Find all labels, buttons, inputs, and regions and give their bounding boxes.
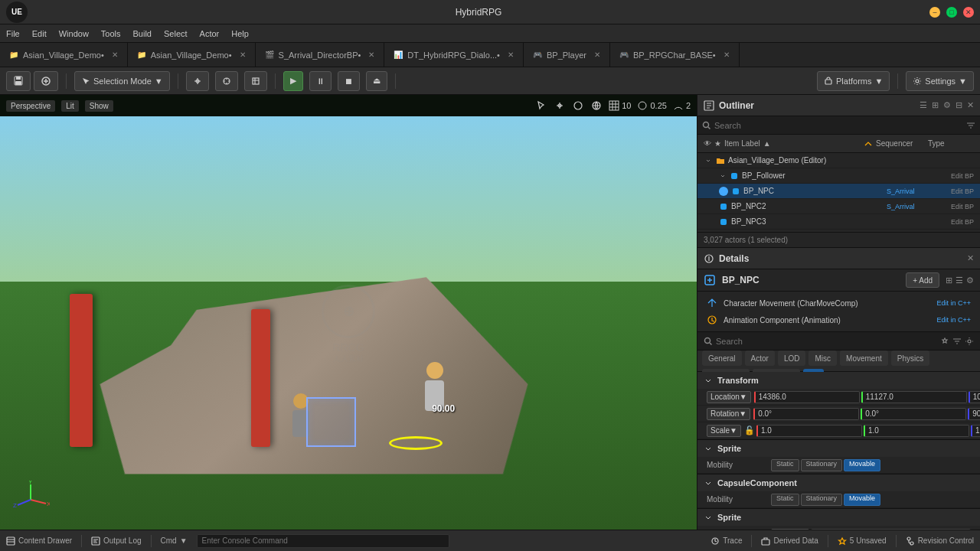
capsule-section-header[interactable]: CapsuleComponent bbox=[697, 474, 980, 491]
maximize-button[interactable]: □ bbox=[946, 7, 957, 18]
comp-edit-button[interactable]: Edit in C++ bbox=[936, 316, 971, 324]
item-edit[interactable]: Edit BP bbox=[951, 218, 974, 226]
tab-asian-village-1[interactable]: 📁 Asian_Village_Demo• ✕ bbox=[0, 43, 128, 67]
cmd-dropdown[interactable]: Cmd ▼ bbox=[161, 536, 188, 545]
component-animation[interactable]: Animation Component (Animation) Edit in … bbox=[697, 311, 980, 328]
tab-movement[interactable]: Movement bbox=[840, 350, 888, 366]
tab-sarrival[interactable]: 🎬 S_Arrival_DirectorBP• ✕ bbox=[256, 43, 385, 67]
stationary-button[interactable]: Stationary bbox=[801, 494, 843, 506]
rotation-x-input[interactable] bbox=[753, 408, 859, 420]
sprite-section-header[interactable]: Sprite bbox=[697, 440, 980, 457]
menu-actor[interactable]: Actor bbox=[200, 29, 220, 38]
tab-misc[interactable]: Misc bbox=[808, 350, 837, 366]
rotation-dropdown[interactable]: Rotation ▼ bbox=[707, 408, 750, 420]
browse-button[interactable] bbox=[34, 71, 58, 91]
static-button[interactable]: Static bbox=[771, 459, 799, 471]
console-input[interactable] bbox=[202, 536, 445, 545]
view-list-icon[interactable]: ☰ bbox=[956, 276, 963, 285]
content-drawer-button[interactable]: Content Drawer bbox=[6, 536, 72, 546]
stationary-button[interactable]: Stationary bbox=[801, 459, 843, 471]
outliner-filter-icon[interactable]: ⊟ bbox=[956, 100, 962, 110]
settings-button[interactable]: Settings ▼ bbox=[906, 71, 974, 91]
viewport-scene[interactable]: 90.00 X Y Z ⊕ RRCG 人人素材 bbox=[0, 116, 697, 530]
add-component-button[interactable]: + Add bbox=[906, 272, 939, 288]
menu-build[interactable]: Build bbox=[133, 29, 152, 38]
scale-z-input[interactable] bbox=[971, 425, 980, 437]
rotate-button[interactable] bbox=[215, 71, 238, 91]
tab-physics[interactable]: Physics bbox=[891, 350, 929, 366]
platforms-button[interactable]: Platforms ▼ bbox=[817, 71, 890, 91]
menu-edit[interactable]: Edit bbox=[32, 29, 47, 38]
outliner-close-button[interactable]: ✕ bbox=[967, 100, 974, 110]
derived-data-button[interactable]: Derived Data bbox=[761, 536, 818, 546]
tab-close[interactable]: ✕ bbox=[368, 51, 374, 59]
scale-y-input[interactable] bbox=[864, 425, 969, 437]
menu-select[interactable]: Select bbox=[164, 29, 188, 38]
close-button[interactable]: ✕ bbox=[963, 7, 974, 18]
location-z-input[interactable] bbox=[969, 391, 980, 403]
rotation-y-input[interactable] bbox=[861, 408, 966, 420]
outliner-item-npc2[interactable]: BP_NPC2 S_Arrival Edit BP bbox=[697, 199, 980, 214]
scale-x-input[interactable] bbox=[756, 425, 862, 437]
menu-help[interactable]: Help bbox=[231, 29, 249, 38]
menu-file[interactable]: File bbox=[6, 29, 20, 38]
item-edit[interactable]: Edit BP bbox=[951, 187, 974, 195]
static-button[interactable]: Static bbox=[771, 494, 799, 506]
tab-close[interactable]: ✕ bbox=[240, 51, 246, 59]
tab-asian-village-2[interactable]: 📁 Asian_Village_Demo• ✕ bbox=[128, 43, 256, 67]
revision-control-button[interactable]: Revision Control bbox=[906, 536, 974, 546]
movable-button[interactable]: Movable bbox=[844, 459, 880, 471]
tab-close[interactable]: ✕ bbox=[508, 51, 514, 59]
tab-actor[interactable]: Actor bbox=[745, 350, 775, 366]
details-close-button[interactable]: ✕ bbox=[967, 253, 974, 263]
selection-mode-button[interactable]: Selection Mode ▼ bbox=[74, 71, 170, 91]
visibility-eye-icon[interactable] bbox=[719, 187, 728, 196]
show-button[interactable]: Show bbox=[85, 100, 113, 112]
trace-button[interactable]: Trace bbox=[710, 536, 742, 546]
tab-bp-rpgchar[interactable]: 🎮 BP_RPGChar_BASE• ✕ bbox=[610, 43, 740, 67]
outliner-item-editor[interactable]: Asian_Village_Demo (Editor) bbox=[697, 153, 980, 168]
stop-button[interactable]: ⏹ bbox=[338, 71, 360, 91]
eject-button[interactable]: ⏏ bbox=[366, 71, 387, 91]
item-edit[interactable]: Edit BP bbox=[951, 203, 974, 210]
play-button[interactable]: ▶ bbox=[283, 71, 303, 91]
view-grid-icon[interactable]: ⊞ bbox=[946, 276, 952, 285]
outliner-item-npc[interactable]: BP_NPC S_Arrival Edit BP bbox=[697, 184, 980, 199]
menu-tools[interactable]: Tools bbox=[101, 29, 121, 38]
movable-button[interactable]: Movable bbox=[844, 494, 880, 506]
outliner-item-follower[interactable]: BP_Follower Edit BP bbox=[697, 168, 980, 184]
outliner-menu-icon[interactable]: ☰ bbox=[920, 100, 927, 110]
tab-close[interactable]: ✕ bbox=[594, 51, 600, 59]
outliner-search-input[interactable] bbox=[714, 121, 963, 130]
tab-general[interactable]: General bbox=[702, 350, 742, 366]
output-log-button[interactable]: Output Log bbox=[91, 536, 141, 546]
viewport[interactable]: Perspective Lit Show 10 0.25 2 bbox=[0, 95, 697, 530]
details-search-input[interactable] bbox=[716, 337, 937, 346]
tab-bp-player[interactable]: 🎮 BP_Player ✕ bbox=[524, 43, 610, 67]
lit-button[interactable]: Lit bbox=[61, 100, 79, 112]
scale-button[interactable] bbox=[244, 71, 267, 91]
minimize-button[interactable]: – bbox=[929, 7, 940, 18]
transform-button[interactable] bbox=[186, 71, 209, 91]
scale-dropdown[interactable]: Scale ▼ bbox=[707, 425, 741, 437]
outliner-item-npc3[interactable]: BP_NPC3 Edit BP bbox=[697, 214, 980, 230]
comp-edit-button[interactable]: Edit in C++ bbox=[936, 299, 971, 307]
rotation-z-input[interactable] bbox=[968, 408, 980, 420]
save-button[interactable] bbox=[6, 71, 31, 91]
unsaved-button[interactable]: 5 Unsaved bbox=[838, 536, 887, 546]
tab-dt-hybrid[interactable]: 📊 DT_HybridRPG_Dialo...• ✕ bbox=[384, 43, 524, 67]
tab-lod[interactable]: LOD bbox=[778, 350, 806, 366]
outliner-settings-icon[interactable]: ⚙ bbox=[943, 100, 951, 110]
item-edit[interactable]: Edit BP bbox=[951, 172, 974, 180]
scale-lock-icon[interactable]: 🔓 bbox=[744, 425, 755, 435]
location-x-input[interactable] bbox=[754, 391, 860, 403]
component-charmove[interactable]: Character Movement (CharMoveComp) Edit i… bbox=[697, 295, 980, 311]
pause-button[interactable]: ⏸ bbox=[309, 71, 332, 91]
transform-section-header[interactable]: Transform bbox=[697, 372, 980, 389]
tab-close[interactable]: ✕ bbox=[724, 51, 730, 59]
location-y-input[interactable] bbox=[861, 391, 967, 403]
tab-close[interactable]: ✕ bbox=[112, 51, 118, 59]
menu-window[interactable]: Window bbox=[59, 29, 89, 38]
details-settings-icon[interactable]: ⚙ bbox=[966, 276, 974, 285]
location-dropdown[interactable]: Location ▼ bbox=[707, 391, 751, 403]
